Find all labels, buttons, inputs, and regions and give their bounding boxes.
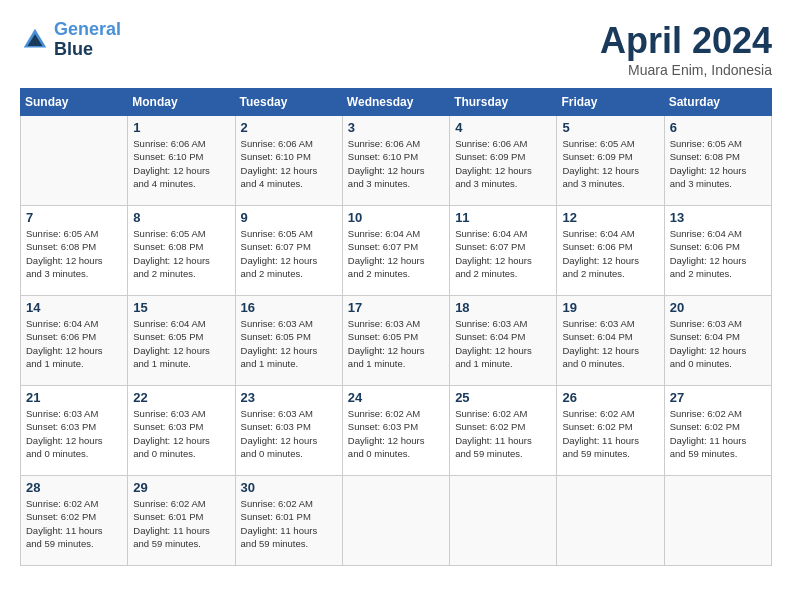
calendar-cell: 21Sunrise: 6:03 AMSunset: 6:03 PMDayligh… (21, 386, 128, 476)
day-number: 3 (348, 120, 444, 135)
day-info: Sunrise: 6:05 AMSunset: 6:08 PMDaylight:… (26, 227, 122, 280)
calendar-cell (21, 116, 128, 206)
calendar-cell: 2Sunrise: 6:06 AMSunset: 6:10 PMDaylight… (235, 116, 342, 206)
day-number: 27 (670, 390, 766, 405)
logo-text: GeneralBlue (54, 20, 121, 60)
calendar-cell: 25Sunrise: 6:02 AMSunset: 6:02 PMDayligh… (450, 386, 557, 476)
calendar-week-row: 7Sunrise: 6:05 AMSunset: 6:08 PMDaylight… (21, 206, 772, 296)
day-number: 13 (670, 210, 766, 225)
weekday-header: Thursday (450, 89, 557, 116)
weekday-header: Saturday (664, 89, 771, 116)
day-info: Sunrise: 6:05 AMSunset: 6:07 PMDaylight:… (241, 227, 337, 280)
day-info: Sunrise: 6:04 AMSunset: 6:06 PMDaylight:… (562, 227, 658, 280)
calendar-cell: 10Sunrise: 6:04 AMSunset: 6:07 PMDayligh… (342, 206, 449, 296)
day-number: 5 (562, 120, 658, 135)
day-number: 22 (133, 390, 229, 405)
day-number: 2 (241, 120, 337, 135)
day-info: Sunrise: 6:04 AMSunset: 6:06 PMDaylight:… (26, 317, 122, 370)
day-number: 26 (562, 390, 658, 405)
day-number: 23 (241, 390, 337, 405)
day-number: 12 (562, 210, 658, 225)
day-number: 29 (133, 480, 229, 495)
calendar-week-row: 14Sunrise: 6:04 AMSunset: 6:06 PMDayligh… (21, 296, 772, 386)
calendar-cell: 7Sunrise: 6:05 AMSunset: 6:08 PMDaylight… (21, 206, 128, 296)
day-info: Sunrise: 6:03 AMSunset: 6:03 PMDaylight:… (26, 407, 122, 460)
calendar-cell: 22Sunrise: 6:03 AMSunset: 6:03 PMDayligh… (128, 386, 235, 476)
calendar-cell: 15Sunrise: 6:04 AMSunset: 6:05 PMDayligh… (128, 296, 235, 386)
calendar-cell: 24Sunrise: 6:02 AMSunset: 6:03 PMDayligh… (342, 386, 449, 476)
day-number: 28 (26, 480, 122, 495)
logo: GeneralBlue (20, 20, 121, 60)
day-number: 14 (26, 300, 122, 315)
calendar-cell: 3Sunrise: 6:06 AMSunset: 6:10 PMDaylight… (342, 116, 449, 206)
day-info: Sunrise: 6:02 AMSunset: 6:02 PMDaylight:… (26, 497, 122, 550)
day-info: Sunrise: 6:02 AMSunset: 6:01 PMDaylight:… (241, 497, 337, 550)
title-block: April 2024 Muara Enim, Indonesia (600, 20, 772, 78)
calendar-cell: 18Sunrise: 6:03 AMSunset: 6:04 PMDayligh… (450, 296, 557, 386)
calendar-cell (342, 476, 449, 566)
day-info: Sunrise: 6:05 AMSunset: 6:08 PMDaylight:… (670, 137, 766, 190)
calendar-cell (664, 476, 771, 566)
day-info: Sunrise: 6:02 AMSunset: 6:01 PMDaylight:… (133, 497, 229, 550)
day-info: Sunrise: 6:06 AMSunset: 6:10 PMDaylight:… (241, 137, 337, 190)
day-number: 20 (670, 300, 766, 315)
day-number: 25 (455, 390, 551, 405)
weekday-header: Wednesday (342, 89, 449, 116)
calendar-cell: 12Sunrise: 6:04 AMSunset: 6:06 PMDayligh… (557, 206, 664, 296)
day-number: 18 (455, 300, 551, 315)
calendar-cell: 13Sunrise: 6:04 AMSunset: 6:06 PMDayligh… (664, 206, 771, 296)
day-number: 4 (455, 120, 551, 135)
calendar-week-row: 21Sunrise: 6:03 AMSunset: 6:03 PMDayligh… (21, 386, 772, 476)
day-number: 7 (26, 210, 122, 225)
calendar-cell: 16Sunrise: 6:03 AMSunset: 6:05 PMDayligh… (235, 296, 342, 386)
calendar-week-row: 1Sunrise: 6:06 AMSunset: 6:10 PMDaylight… (21, 116, 772, 206)
calendar-cell: 8Sunrise: 6:05 AMSunset: 6:08 PMDaylight… (128, 206, 235, 296)
day-info: Sunrise: 6:04 AMSunset: 6:05 PMDaylight:… (133, 317, 229, 370)
day-number: 15 (133, 300, 229, 315)
calendar-cell: 11Sunrise: 6:04 AMSunset: 6:07 PMDayligh… (450, 206, 557, 296)
day-info: Sunrise: 6:04 AMSunset: 6:07 PMDaylight:… (348, 227, 444, 280)
day-info: Sunrise: 6:03 AMSunset: 6:05 PMDaylight:… (348, 317, 444, 370)
calendar-table: SundayMondayTuesdayWednesdayThursdayFrid… (20, 88, 772, 566)
day-info: Sunrise: 6:04 AMSunset: 6:07 PMDaylight:… (455, 227, 551, 280)
weekday-header: Tuesday (235, 89, 342, 116)
calendar-week-row: 28Sunrise: 6:02 AMSunset: 6:02 PMDayligh… (21, 476, 772, 566)
weekday-header: Sunday (21, 89, 128, 116)
calendar-cell: 6Sunrise: 6:05 AMSunset: 6:08 PMDaylight… (664, 116, 771, 206)
calendar-cell: 29Sunrise: 6:02 AMSunset: 6:01 PMDayligh… (128, 476, 235, 566)
day-number: 1 (133, 120, 229, 135)
calendar-cell: 26Sunrise: 6:02 AMSunset: 6:02 PMDayligh… (557, 386, 664, 476)
day-number: 19 (562, 300, 658, 315)
day-info: Sunrise: 6:02 AMSunset: 6:02 PMDaylight:… (455, 407, 551, 460)
calendar-subtitle: Muara Enim, Indonesia (600, 62, 772, 78)
day-info: Sunrise: 6:06 AMSunset: 6:09 PMDaylight:… (455, 137, 551, 190)
day-info: Sunrise: 6:02 AMSunset: 6:02 PMDaylight:… (670, 407, 766, 460)
calendar-cell (450, 476, 557, 566)
calendar-cell: 1Sunrise: 6:06 AMSunset: 6:10 PMDaylight… (128, 116, 235, 206)
day-number: 21 (26, 390, 122, 405)
calendar-cell: 5Sunrise: 6:05 AMSunset: 6:09 PMDaylight… (557, 116, 664, 206)
weekday-header: Friday (557, 89, 664, 116)
day-info: Sunrise: 6:02 AMSunset: 6:02 PMDaylight:… (562, 407, 658, 460)
day-number: 16 (241, 300, 337, 315)
calendar-cell (557, 476, 664, 566)
day-number: 11 (455, 210, 551, 225)
day-info: Sunrise: 6:02 AMSunset: 6:03 PMDaylight:… (348, 407, 444, 460)
day-info: Sunrise: 6:03 AMSunset: 6:05 PMDaylight:… (241, 317, 337, 370)
day-info: Sunrise: 6:06 AMSunset: 6:10 PMDaylight:… (133, 137, 229, 190)
calendar-cell: 28Sunrise: 6:02 AMSunset: 6:02 PMDayligh… (21, 476, 128, 566)
day-info: Sunrise: 6:06 AMSunset: 6:10 PMDaylight:… (348, 137, 444, 190)
day-info: Sunrise: 6:05 AMSunset: 6:08 PMDaylight:… (133, 227, 229, 280)
page-header: GeneralBlue April 2024 Muara Enim, Indon… (20, 20, 772, 78)
day-number: 8 (133, 210, 229, 225)
calendar-cell: 19Sunrise: 6:03 AMSunset: 6:04 PMDayligh… (557, 296, 664, 386)
weekday-header-row: SundayMondayTuesdayWednesdayThursdayFrid… (21, 89, 772, 116)
day-number: 10 (348, 210, 444, 225)
day-number: 6 (670, 120, 766, 135)
weekday-header: Monday (128, 89, 235, 116)
calendar-cell: 14Sunrise: 6:04 AMSunset: 6:06 PMDayligh… (21, 296, 128, 386)
day-info: Sunrise: 6:05 AMSunset: 6:09 PMDaylight:… (562, 137, 658, 190)
calendar-cell: 17Sunrise: 6:03 AMSunset: 6:05 PMDayligh… (342, 296, 449, 386)
day-info: Sunrise: 6:03 AMSunset: 6:03 PMDaylight:… (241, 407, 337, 460)
calendar-cell: 20Sunrise: 6:03 AMSunset: 6:04 PMDayligh… (664, 296, 771, 386)
